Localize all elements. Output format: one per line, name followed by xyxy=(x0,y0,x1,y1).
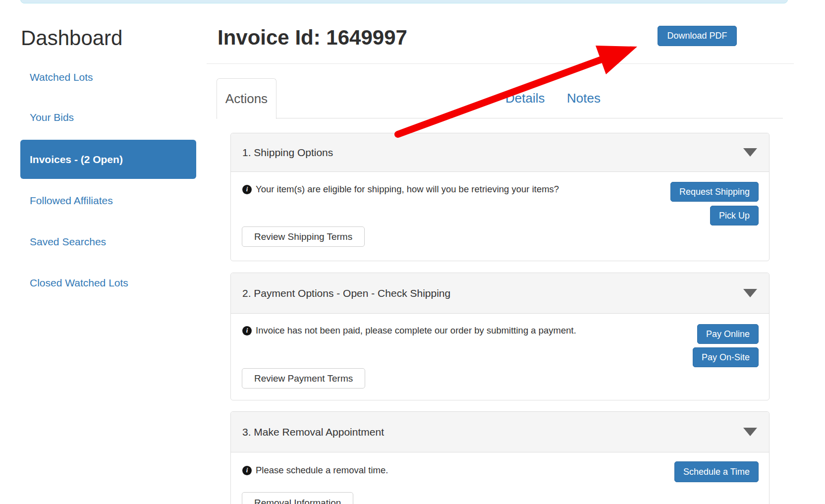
removal-info-text: Please schedule a removal time. xyxy=(256,465,388,476)
removal-info-row: i Please schedule a removal time. xyxy=(242,465,388,476)
info-icon: i xyxy=(242,185,252,194)
sidebar-item-followed-affiliates[interactable]: Followed Affiliates xyxy=(30,195,113,207)
info-icon: i xyxy=(242,466,252,475)
caret-down-icon[interactable] xyxy=(743,148,757,157)
shipping-info-row: i Your item(s) are eligible for shipping… xyxy=(242,184,559,195)
sidebar-item-invoices-label: Invoices - (2 Open) xyxy=(30,154,123,166)
alert-bar xyxy=(20,0,788,3)
pay-online-button[interactable]: Pay Online xyxy=(697,324,759,344)
pay-on-site-button[interactable]: Pay On-Site xyxy=(693,347,759,367)
tab-actions[interactable]: Actions xyxy=(217,78,276,119)
sidebar-item-closed-watched-lots[interactable]: Closed Watched Lots xyxy=(30,277,128,289)
sidebar-title: Dashboard xyxy=(21,28,122,49)
panel-removal-title: 3. Make Removal Appointment xyxy=(242,426,384,438)
removal-information-button[interactable]: Removal Information xyxy=(242,492,353,504)
sidebar-item-saved-searches[interactable]: Saved Searches xyxy=(30,236,106,248)
schedule-a-time-button[interactable]: Schedule a Time xyxy=(674,461,759,482)
caret-down-icon[interactable] xyxy=(743,289,757,297)
tab-details[interactable]: Details xyxy=(505,78,545,118)
panel-removal-header[interactable]: 3. Make Removal Appointment xyxy=(231,412,769,452)
tab-notes[interactable]: Notes xyxy=(567,78,601,118)
request-shipping-button[interactable]: Request Shipping xyxy=(670,182,759,202)
page-title: Invoice Id: 1649997 xyxy=(218,27,407,48)
review-payment-terms-button[interactable]: Review Payment Terms xyxy=(242,368,365,389)
caret-down-icon[interactable] xyxy=(743,428,757,436)
review-shipping-terms-button[interactable]: Review Shipping Terms xyxy=(242,226,365,247)
sidebar-item-invoices[interactable]: Invoices - (2 Open) xyxy=(20,140,196,179)
sidebar-item-your-bids[interactable]: Your Bids xyxy=(30,112,74,123)
download-pdf-button[interactable]: Download PDF xyxy=(658,26,737,46)
payment-info-text: Invoice has not been paid, please comple… xyxy=(256,325,576,336)
panel-shipping-title: 1. Shipping Options xyxy=(242,147,333,159)
panel-payment-title: 2. Payment Options - Open - Check Shippi… xyxy=(242,287,450,299)
info-icon: i xyxy=(242,326,252,336)
shipping-info-text: Your item(s) are eligible for shipping, … xyxy=(256,184,559,195)
payment-info-row: i Invoice has not been paid, please comp… xyxy=(242,325,576,336)
sidebar-item-watched-lots[interactable]: Watched Lots xyxy=(30,71,93,83)
header-divider xyxy=(207,63,794,64)
panel-payment-options: 2. Payment Options - Open - Check Shippi… xyxy=(230,273,770,400)
tab-bar: Actions Details Notes xyxy=(217,78,783,118)
pick-up-button[interactable]: Pick Up xyxy=(710,206,759,225)
panel-shipping-options: 1. Shipping Options i Your item(s) are e… xyxy=(230,133,770,261)
panel-removal-appointment: 3. Make Removal Appointment i Please sch… xyxy=(230,411,770,504)
panel-shipping-header[interactable]: 1. Shipping Options xyxy=(231,133,769,172)
panel-payment-header[interactable]: 2. Payment Options - Open - Check Shippi… xyxy=(231,273,769,314)
